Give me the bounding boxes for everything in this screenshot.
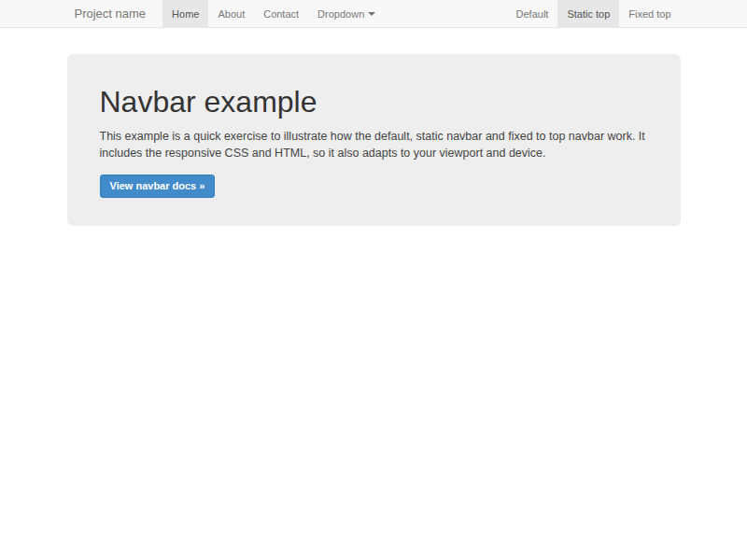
nav-item-home[interactable]: Home: [162, 0, 208, 27]
nav-item-fixed-top-label: Fixed top: [628, 8, 670, 20]
page-description: This example is a quick exercise to illu…: [100, 128, 648, 161]
nav-item-static-top-label: Static top: [567, 8, 610, 20]
jumbotron: Navbar example This example is a quick e…: [67, 54, 681, 226]
nav-item-contact[interactable]: Contact: [254, 0, 308, 27]
page-title: Navbar example: [100, 86, 648, 119]
main-container: Navbar example This example is a quick e…: [67, 54, 681, 226]
navbar-brand[interactable]: Project name: [67, 0, 154, 27]
view-navbar-docs-button[interactable]: View navbar docs »: [100, 175, 216, 197]
navbar: Project name Home About Contact Dropdown…: [0, 0, 747, 28]
nav-item-about-label: About: [218, 8, 245, 20]
nav-item-default-label: Default: [516, 8, 549, 20]
nav-item-about[interactable]: About: [208, 0, 254, 27]
nav-item-home-label: Home: [172, 8, 199, 20]
nav-item-default[interactable]: Default: [507, 0, 558, 27]
nav-item-dropdown-label: Dropdown: [317, 8, 364, 20]
nav-item-static-top[interactable]: Static top: [557, 0, 619, 27]
nav-item-dropdown[interactable]: Dropdown: [308, 0, 385, 27]
navbar-left-nav: Home About Contact Dropdown: [162, 0, 385, 27]
navbar-container: Project name Home About Contact Dropdown…: [67, 0, 681, 27]
navbar-right-nav: Default Static top Fixed top: [507, 0, 681, 27]
nav-item-fixed-top[interactable]: Fixed top: [619, 0, 680, 27]
caret-down-icon: [368, 12, 375, 16]
nav-item-contact-label: Contact: [263, 8, 299, 20]
